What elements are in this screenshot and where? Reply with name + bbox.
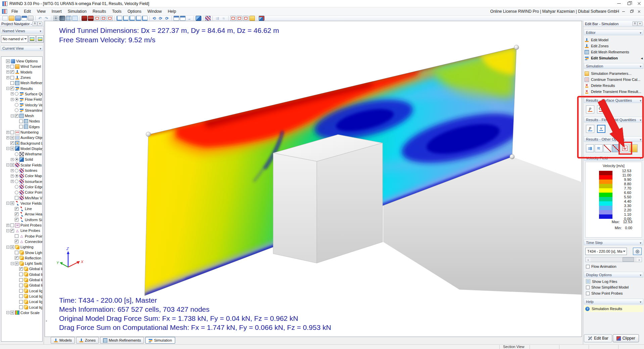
3d-viewport[interactable]: Z X Y Wind Tunnel Dimensions: Dx = 227.3… — [45, 21, 582, 337]
simulation-parameters-item[interactable]: Simulation Parameters... — [585, 70, 643, 77]
tree-item-min-max-valu[interactable]: Min/Max Valu — [1, 195, 42, 200]
tree-item-global-lig[interactable]: Global lig — [1, 283, 42, 288]
tree-item-numbering[interactable]: +Numbering — [1, 130, 42, 135]
tree-item-color-map[interactable]: +Color Map — [1, 173, 42, 179]
tree-item-line-probes[interactable]: −Line Probes — [1, 228, 42, 233]
edit-model-item[interactable]: Edit Model — [585, 37, 643, 43]
checkbox[interactable] — [10, 311, 14, 314]
surface-pressure-button[interactable]: p — [586, 105, 594, 113]
export-model-button[interactable] — [259, 16, 264, 21]
tree-item-global-lig[interactable]: Global lig — [1, 272, 42, 277]
expander-icon[interactable]: + — [11, 92, 14, 95]
tree-item-probe-points[interactable]: Probe Points — [1, 234, 42, 239]
undo-button[interactable]: ↶ — [37, 16, 43, 21]
close-icon[interactable] — [38, 21, 42, 26]
tree-item-color-points[interactable]: Color Points — [1, 190, 42, 195]
building-model[interactable] — [273, 135, 383, 263]
checkbox[interactable] — [19, 289, 23, 293]
checkbox[interactable] — [15, 234, 18, 238]
tree-item-reflection-or[interactable]: Reflection or — [1, 255, 42, 261]
checkbox[interactable] — [15, 218, 18, 221]
field-velocity-button[interactable]: v — [597, 125, 605, 133]
flow-surfaces-button[interactable] — [595, 144, 603, 152]
checkbox[interactable] — [10, 245, 14, 249]
restore-button[interactable] — [624, 0, 634, 7]
rotate-view-3-button[interactable]: ⟳ — [164, 16, 170, 21]
view-front-button[interactable] — [123, 16, 129, 21]
radio-button[interactable] — [15, 185, 18, 189]
radio-button[interactable] — [15, 191, 18, 194]
plane-handle-top-right[interactable] — [514, 45, 519, 50]
show-result-values-button[interactable] — [72, 16, 78, 21]
redo-button[interactable]: ↷ — [44, 16, 49, 21]
radio-button[interactable] — [15, 103, 18, 107]
checkbox[interactable] — [19, 294, 23, 298]
tree-item-mesh-refineme[interactable]: Mesh Refineme — [1, 80, 42, 86]
tab-zones[interactable]: Zones — [76, 337, 99, 344]
insert-pointer-button[interactable]: → — [186, 16, 192, 21]
probe-frame-2-button[interactable] — [237, 16, 242, 21]
radio-button[interactable] — [15, 98, 18, 101]
edit-simulation-item[interactable]: Edit Simulation — [585, 55, 643, 61]
log-file-icon[interactable] — [586, 279, 590, 284]
tab-models[interactable]: Models — [51, 337, 75, 344]
checkbox[interactable] — [10, 141, 14, 145]
tree-item-edges[interactable]: Edges — [1, 124, 42, 130]
save-view-button[interactable] — [29, 35, 36, 43]
tab-mesh-refinements[interactable]: Mesh Refinements — [100, 337, 144, 344]
regenerate-model-button[interactable] — [59, 16, 65, 21]
radio-button[interactable] — [15, 158, 18, 161]
render-options-button[interactable] — [630, 144, 638, 152]
tab-edit-bar[interactable]: Edit Bar — [584, 334, 612, 342]
plane-handle-right[interactable] — [510, 154, 514, 159]
named-views-header[interactable]: Named Views — [1, 28, 43, 34]
checkbox[interactable] — [10, 229, 14, 233]
checkbox[interactable] — [6, 59, 10, 63]
edit-mesh-refinements-item[interactable]: Edit Mesh Refinements — [585, 49, 643, 55]
tree-item-local-ligh[interactable]: Local ligh — [1, 288, 42, 293]
continue-transient-flow-cal-item[interactable]: Continue Transient Flow Cal... — [585, 77, 643, 83]
menu-options[interactable]: Options — [125, 8, 144, 15]
velocity-field-header[interactable]: Velocity Field — [584, 155, 643, 161]
probe-frame-1-button[interactable] — [230, 16, 236, 21]
pressure-coefficient-button[interactable]: Cp — [597, 105, 605, 113]
tree-item-connection-l[interactable]: Connection L — [1, 239, 42, 244]
flow-animation-row[interactable]: Flow Animation — [586, 264, 616, 268]
pin-icon[interactable] — [33, 21, 37, 26]
checkbox[interactable] — [15, 240, 18, 243]
radio-button[interactable] — [15, 180, 18, 183]
open-file-button[interactable] — [9, 16, 14, 21]
expander-icon[interactable]: + — [6, 76, 9, 79]
radio-button[interactable] — [15, 92, 18, 96]
mdi-close-button[interactable] — [637, 9, 641, 14]
checkbox[interactable] — [19, 284, 23, 287]
model-box-button[interactable] — [196, 16, 201, 21]
checkbox[interactable] — [15, 196, 18, 200]
checkbox[interactable] — [10, 65, 14, 68]
tree-item-wireframe[interactable]: Wireframe — [1, 151, 42, 157]
named-view-select[interactable]: No named view — [1, 35, 28, 43]
tree-item-local-ligh[interactable]: Local ligh — [1, 304, 42, 310]
menu-simulation[interactable]: Simulation — [65, 8, 90, 15]
tree-item-model-display[interactable]: −Model Display — [1, 146, 42, 151]
tree-item-velocity-vect[interactable]: Velocity Vect — [1, 102, 42, 107]
tree-item-line[interactable]: Line — [1, 206, 42, 211]
tree-item-color-scale[interactable]: −Color Scale — [1, 310, 42, 315]
edit-zones-item[interactable]: Edit Zones — [585, 43, 643, 49]
close-icon[interactable] — [638, 21, 642, 26]
checkbox[interactable] — [10, 87, 14, 90]
panel-scroll-arrow[interactable]: › — [46, 318, 47, 323]
checkbox[interactable] — [15, 251, 18, 254]
menu-file[interactable]: File — [8, 8, 21, 15]
scrollbar-track[interactable] — [591, 257, 637, 262]
expander-icon[interactable]: − — [6, 311, 9, 314]
other-options-header[interactable]: Results - Other Options — [584, 136, 643, 142]
mdi-minimize-button[interactable] — [621, 9, 626, 14]
expander-icon[interactable]: − — [6, 202, 9, 205]
display-settings-button[interactable] — [53, 16, 59, 21]
delete-transient-flow-result-item[interactable]: Delete Transient Flow Result... — [585, 89, 643, 95]
checkbox[interactable] — [19, 300, 23, 304]
tree-item-lighting[interactable]: −Lighting — [1, 244, 42, 250]
current-view-header[interactable]: Current View — [1, 46, 43, 51]
menu-help[interactable]: Help — [165, 8, 179, 15]
